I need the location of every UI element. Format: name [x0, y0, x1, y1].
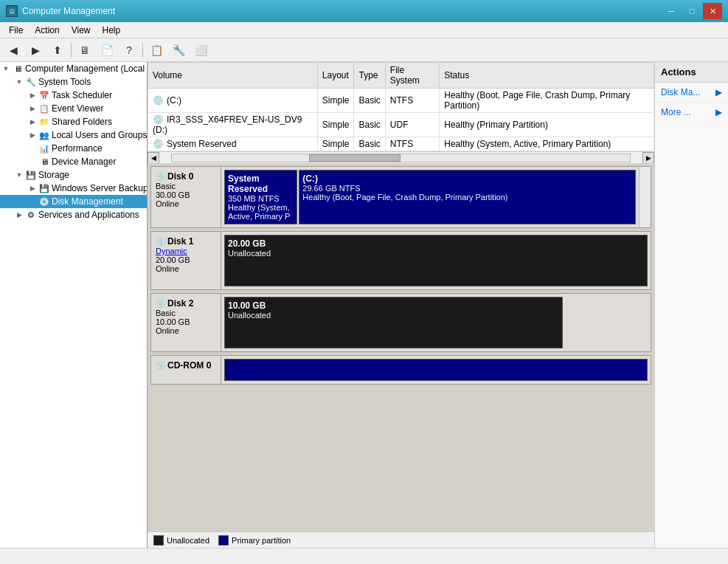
- disk-status-2: Online: [156, 326, 216, 335]
- tree-item-event-viewer[interactable]: ▶ 📋 Event Viewer: [0, 102, 147, 115]
- window-controls: ─ □ ✕: [662, 3, 722, 19]
- partition-unallocated-2[interactable]: 10.00 GB Unallocated: [224, 297, 563, 348]
- disk-type-0: Basic: [156, 182, 216, 190]
- left-pane: ▼ 🖥 Computer Management (Local ▼ 🔧 Syste…: [0, 62, 148, 548]
- export-button[interactable]: 📋: [146, 41, 167, 59]
- forward-button[interactable]: ▶: [25, 41, 46, 59]
- cell-type: Basic: [354, 113, 385, 137]
- disk-type-2: Basic: [156, 309, 216, 317]
- expand-icon: ▼: [13, 171, 25, 179]
- hscroll-left[interactable]: ◀: [148, 152, 159, 164]
- disk-type-1: Dynamic: [156, 247, 216, 255]
- menu-view[interactable]: View: [66, 24, 97, 37]
- disk-size-2: 10.00 GB: [156, 317, 216, 326]
- actions-item-more[interactable]: More ... ▶: [655, 103, 728, 123]
- tree-item-windows-backup[interactable]: ▶ 💾 Windows Server Backup: [0, 182, 147, 195]
- expand-icon: ▶: [27, 185, 38, 192]
- scheduler-icon: 📅: [38, 89, 50, 101]
- disk-name-cdrom: 💿 CD-ROM 0: [156, 360, 216, 371]
- actions-header: Actions: [655, 62, 728, 83]
- back-button[interactable]: ◀: [3, 41, 24, 59]
- disk-panel-2: 💿 Disk 2 Basic 10.00 GB Online 10.00 GB …: [150, 293, 651, 352]
- menu-file[interactable]: File: [3, 24, 29, 37]
- col-layout[interactable]: Layout: [317, 63, 354, 89]
- partition-name: (C:): [302, 173, 632, 184]
- col-filesystem[interactable]: File System: [385, 63, 439, 89]
- help-button[interactable]: ?: [119, 41, 139, 59]
- legend-primary: Primary partition: [218, 535, 291, 546]
- expand-icon: ▶: [27, 131, 38, 139]
- actions-pane: Actions Disk Ma... ▶ More ... ▶: [654, 62, 728, 548]
- tree-item-shared-folders[interactable]: ▶ 📁 Shared Folders: [0, 115, 147, 128]
- cell-volume: 💿(C:): [148, 89, 318, 113]
- cell-fs: NTFS: [385, 137, 439, 151]
- table-row[interactable]: 💿(C:) Simple Basic NTFS Healthy (Boot, P…: [148, 89, 654, 113]
- computer-icon: 🖥: [12, 63, 24, 75]
- close-button[interactable]: ✕: [703, 3, 722, 19]
- legend-unallocated: Unallocated: [153, 535, 209, 546]
- volume-table-container: Volume Layout Type File System Status 💿(…: [148, 62, 654, 151]
- maximize-button[interactable]: □: [682, 3, 701, 19]
- actions-item-label: More ...: [661, 107, 691, 117]
- tools-icon: 🔧: [25, 76, 37, 88]
- disk-icon-2: 💿: [156, 299, 166, 309]
- partition-unallocated-1[interactable]: 20.00 GB Unallocated: [224, 235, 648, 286]
- partition-c[interactable]: (C:) 29.66 GB NTFS Healthy (Boot, Page F…: [299, 170, 636, 224]
- disk-partitions-2: 10.00 GB Unallocated: [221, 294, 651, 351]
- partition-system-reserved[interactable]: System Reserved 350 MB NTFS Healthy (Sys…: [224, 170, 297, 224]
- up-button[interactable]: ⬆: [47, 41, 68, 59]
- cell-layout: Simple: [317, 137, 354, 151]
- hscroll-right[interactable]: ▶: [642, 152, 654, 164]
- tree-item-local-users[interactable]: ▶ 👥 Local Users and Groups: [0, 128, 147, 142]
- tree-label: Disk Management: [52, 196, 123, 207]
- hscroll-track[interactable]: [171, 154, 631, 162]
- cell-type: Basic: [354, 89, 385, 113]
- tree-label: Performance: [52, 143, 103, 154]
- actions-item-arrow: ▶: [715, 107, 722, 117]
- disk-name-2: 💿 Disk 2: [156, 298, 216, 309]
- disk-info-cdrom: 💿 CD-ROM 0: [151, 356, 221, 384]
- show-hide-button[interactable]: 🖥: [74, 41, 95, 59]
- partition-status: Healthy (System, Active, Primary P: [228, 203, 294, 221]
- disk-size-1: 20.00 GB: [156, 255, 216, 264]
- title-bar: 🖥 Computer Management ─ □ ✕: [0, 0, 728, 22]
- tree-item-device-manager[interactable]: 🖥 Device Manager: [0, 155, 147, 168]
- tree-item-system-tools[interactable]: ▼ 🔧 System Tools: [0, 75, 147, 89]
- tree-item-performance[interactable]: 📊 Performance: [0, 142, 147, 155]
- tree-item-services[interactable]: ▶ ⚙ Services and Applications: [0, 208, 147, 221]
- menu-action[interactable]: Action: [29, 24, 65, 37]
- partition-status: Healthy (Boot, Page File, Crash Dump, Pr…: [302, 193, 632, 202]
- actions-item-disk-management[interactable]: Disk Ma... ▶: [655, 83, 728, 103]
- tree-item-task-scheduler[interactable]: ▶ 📅 Task Scheduler: [0, 89, 147, 102]
- services-icon: ⚙: [25, 209, 37, 221]
- filter-button[interactable]: 🔧: [168, 41, 189, 59]
- col-status[interactable]: Status: [440, 63, 654, 89]
- menu-help[interactable]: Help: [97, 24, 127, 37]
- hscroll-thumb[interactable]: [309, 154, 401, 162]
- cell-status: Healthy (Primary Partition): [440, 113, 654, 137]
- window-title: Computer Management: [22, 6, 115, 16]
- app-icon: 🖥: [6, 5, 18, 17]
- disk-panel-cdrom: 💿 CD-ROM 0: [150, 355, 651, 385]
- tree-item-computer-management[interactable]: ▼ 🖥 Computer Management (Local: [0, 62, 147, 75]
- partition-cdrom[interactable]: [224, 359, 648, 381]
- tree-item-storage[interactable]: ▼ 💾 Storage: [0, 168, 147, 182]
- tree-item-disk-management[interactable]: 💿 Disk Management: [0, 195, 147, 208]
- cell-layout: Simple: [317, 113, 354, 137]
- menu-bar: File Action View Help: [0, 22, 728, 38]
- col-type[interactable]: Type: [354, 63, 385, 89]
- col-volume[interactable]: Volume: [148, 63, 318, 89]
- columns-button[interactable]: ⬜: [190, 41, 211, 59]
- toolbar: ◀ ▶ ⬆ 🖥 📄 ? 📋 🔧 ⬜: [0, 38, 728, 62]
- table-row[interactable]: 💿IR3_SSS_X64FREV_EN-US_DV9 (D:) Simple B…: [148, 113, 654, 137]
- disk-icon-0: 💿: [156, 172, 166, 182]
- cell-layout: Simple: [317, 89, 354, 113]
- table-hscroll[interactable]: ◀ ▶: [148, 151, 654, 163]
- cell-type: Basic: [354, 137, 385, 151]
- minimize-button[interactable]: ─: [662, 3, 681, 19]
- properties-button[interactable]: 📄: [97, 41, 117, 59]
- device-icon: 🖥: [38, 156, 50, 168]
- partition-size: 350 MB NTFS: [228, 194, 294, 203]
- expand-icon: ▶: [27, 118, 38, 125]
- table-row[interactable]: 💿System Reserved Simple Basic NTFS Healt…: [148, 137, 654, 151]
